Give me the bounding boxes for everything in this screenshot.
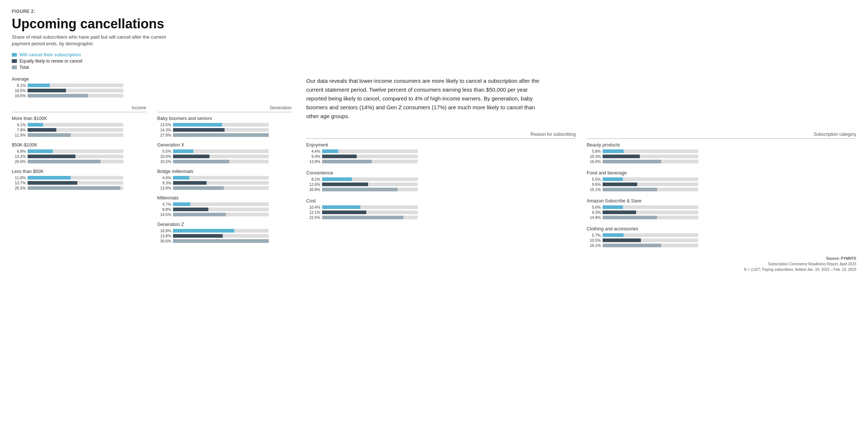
legend: Will cancel their subscription Equally l… <box>12 52 856 70</box>
bar-pct: 5.6% <box>587 205 601 209</box>
reason-label-0: Enjoyment <box>306 142 576 148</box>
right-top-text: Our data reveals that lower-income consu… <box>306 77 542 121</box>
source-note-text: N = 2,027; Paying subscribers, fielded J… <box>744 268 856 272</box>
income-label-1: $50K-$100K <box>12 142 146 148</box>
bar-pct: 13.8% <box>157 234 171 238</box>
bar-pct: 11.8% <box>12 176 26 180</box>
bar-pct: 9.4% <box>306 154 320 159</box>
reason-label-1: Convenience <box>306 170 576 176</box>
bar-pct: 27.8% <box>157 133 171 137</box>
bar-pct: 16.0% <box>587 159 601 164</box>
bar-pct: 20.0% <box>12 159 26 164</box>
bar-pct: 30.6% <box>157 239 171 243</box>
gen-group-2: Bridge millennials 4.6% 9.3% 13.9% <box>157 169 292 190</box>
gen-group-1: Generation X 5.5% 10.0% 15.5% <box>157 142 292 164</box>
source-label: Source: PYMNTS <box>826 256 856 261</box>
reason-label-2: Cost <box>306 198 576 203</box>
income-header: Income <box>12 105 146 112</box>
gen-label-2: Bridge millennials <box>157 169 292 174</box>
average-pct-2: 16.6% <box>12 93 26 98</box>
income-label-0: More than $100K <box>12 116 146 121</box>
average-track-1 <box>28 89 123 92</box>
bar-pct: 5.5% <box>157 149 171 153</box>
bar-pct: 9.3% <box>587 210 601 215</box>
bar-pct: 14.3% <box>157 128 171 132</box>
bar-pct: 10.4% <box>306 205 320 209</box>
bar-pct: 4.4% <box>306 149 320 153</box>
left-panel: Average 6.1% 10.5% 16.6% Income More tha… <box>12 77 292 272</box>
bar-pct: 7.8% <box>12 128 26 132</box>
bar-pct: 10.0% <box>157 154 171 159</box>
main-title: Upcoming cancellations <box>12 16 856 32</box>
subscription-header: Subscription category <box>587 132 856 139</box>
average-fill-2 <box>28 94 88 98</box>
average-label: Average <box>12 77 292 82</box>
gen-group-4: Generation Z 16.8% 13.8% 30.6% <box>157 222 292 243</box>
income-label-2: Less than $50K <box>12 169 146 174</box>
income-group-1: $50K-$100K 6.8% 13.2% 20.0% <box>12 142 146 164</box>
bar-pct: 13.7% <box>12 181 26 185</box>
bar-pct: 13.8% <box>306 159 320 164</box>
bar-pct: 8.2% <box>306 177 320 181</box>
average-pct-0: 6.1% <box>12 83 26 88</box>
bar-pct: 5.7% <box>587 233 601 237</box>
sub-label-0: Beauty products <box>587 142 856 148</box>
bar-pct: 14.5% <box>157 212 171 217</box>
figure-label: FIGURE 2: <box>12 9 856 14</box>
right-panel: Our data reveals that lower-income consu… <box>292 77 856 272</box>
page-layout: Average 6.1% 10.5% 16.6% Income More tha… <box>12 77 856 272</box>
legend-item-dark: Equally likely to renew or cancel <box>12 59 856 64</box>
reason-col: Reason for subscribing Enjoyment 4.4% 9.… <box>306 132 576 248</box>
gen-label-4: Generation Z <box>157 222 292 227</box>
reason-group-1: Convenience 8.2% 12.6% 20.8% <box>306 170 576 192</box>
average-track-2 <box>28 94 123 98</box>
bar-pct: 10.3% <box>587 154 601 159</box>
average-pct-1: 10.5% <box>12 88 26 93</box>
bar-pct: 12.6% <box>306 182 320 187</box>
sub-group-2: Amazon Subscribe & Save 5.6% 9.3% 14.9% <box>587 198 856 220</box>
subscription-col: Subscription category Beauty products 5.… <box>576 132 856 248</box>
average-track-0 <box>28 84 123 87</box>
bar-pct: 13.5% <box>157 123 171 127</box>
bar-pct: 5.5% <box>587 177 601 181</box>
gen-group-3: Millennials 4.7% 9.8% 14.5% <box>157 195 292 217</box>
income-group-2: Less than $50K 11.8% 13.7% 25.5% <box>12 169 146 190</box>
income-group-0: More than $100K 4.1% 7.8% 11.9% <box>12 116 146 137</box>
income-gen-columns: Income More than $100K 4.1% 7.8% 11.9% $… <box>12 105 292 244</box>
legend-label-dark: Equally likely to renew or cancel <box>20 59 82 64</box>
bar-pct: 13.2% <box>12 154 26 159</box>
gen-label-1: Generation X <box>157 142 292 148</box>
sub-label-2: Amazon Subscribe & Save <box>587 198 856 203</box>
legend-label-blue: Will cancel their subscription <box>20 52 81 57</box>
average-fill-1 <box>28 89 66 92</box>
right-charts-row: Reason for subscribing Enjoyment 4.4% 9.… <box>306 132 856 248</box>
average-bar-1: 10.5% <box>12 88 292 93</box>
average-fill-0 <box>28 84 50 87</box>
bar-pct: 20.8% <box>306 187 320 192</box>
subtitle: Share of retail subscribers who have pai… <box>12 34 856 47</box>
bar-pct: 4.7% <box>157 202 171 206</box>
sub-group-1: Food and beverage 5.5% 9.6% 15.1% <box>587 170 856 192</box>
legend-item-gray: Total <box>12 65 856 70</box>
bar-pct: 14.9% <box>587 215 601 220</box>
gen-label-3: Millennials <box>157 195 292 201</box>
reason-group-2: Cost 10.4% 12.1% 22.5% <box>306 198 576 220</box>
reason-header: Reason for subscribing <box>306 132 576 139</box>
average-bar-0: 6.1% <box>12 83 292 88</box>
generation-header: Generation <box>157 105 292 112</box>
bar-pct: 16.8% <box>157 229 171 233</box>
legend-box-gray <box>12 66 17 69</box>
bar-pct: 15.1% <box>587 187 601 192</box>
bar-pct: 10.5% <box>587 238 601 243</box>
bar-pct: 12.1% <box>306 210 320 215</box>
bar-pct: 6.8% <box>12 149 26 153</box>
source-note: Source: PYMNTS Subscription Commerce Rea… <box>306 256 856 272</box>
legend-item-blue: Will cancel their subscription <box>12 52 856 57</box>
generation-col: Generation Baby boomers and seniors 13.5… <box>146 105 292 244</box>
bar-pct: 9.3% <box>157 181 171 185</box>
income-col: Income More than $100K 4.1% 7.8% 11.9% $… <box>12 105 146 244</box>
bar-pct: 4.1% <box>12 123 26 127</box>
bar-pct: 9.8% <box>157 207 171 212</box>
gen-label-0: Baby boomers and seniors <box>157 116 292 121</box>
reason-group-0: Enjoyment 4.4% 9.4% 13.8% <box>306 142 576 164</box>
